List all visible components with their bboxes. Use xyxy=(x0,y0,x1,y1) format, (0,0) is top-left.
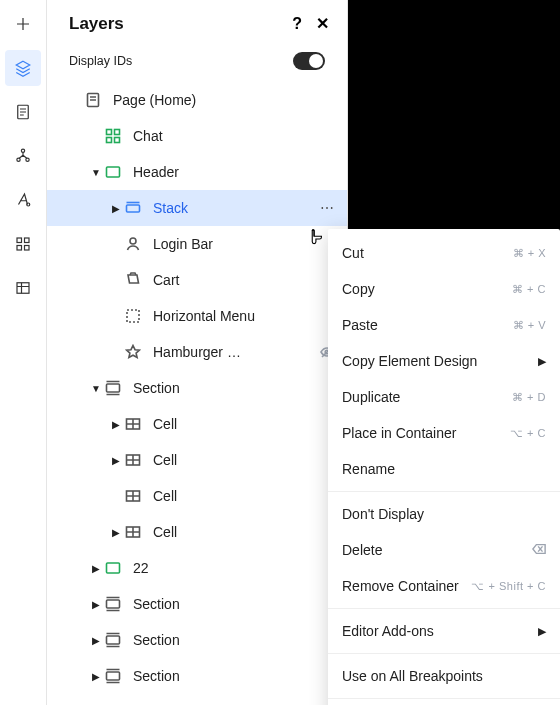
display-ids-toggle[interactable] xyxy=(293,52,325,70)
tree-row-cell-2[interactable]: ▶ Cell xyxy=(47,442,347,478)
svg-rect-27 xyxy=(107,636,120,644)
tree-label: 22 xyxy=(133,560,335,576)
tree-row-section-2[interactable]: ▶ Section xyxy=(47,586,347,622)
ctx-use-all-breakpoints[interactable]: Use on All Breakpoints xyxy=(328,658,560,694)
pages-icon[interactable] xyxy=(5,94,41,130)
tree-row-cell-3[interactable]: Cell xyxy=(47,478,347,514)
expander[interactable]: ▶ xyxy=(109,527,123,538)
svg-point-1 xyxy=(21,149,24,152)
expander[interactable]: ▶ xyxy=(89,599,103,610)
svg-rect-9 xyxy=(17,283,29,294)
ctx-label: Place in Container xyxy=(342,425,456,441)
chevron-right-icon: ▶ xyxy=(538,355,546,368)
connections-icon[interactable] xyxy=(5,138,41,174)
ctx-copy-design[interactable]: Copy Element Design ▶ xyxy=(328,343,560,379)
layers-tool-icon[interactable] xyxy=(5,50,41,86)
add-element-icon[interactable] xyxy=(5,6,41,42)
expander[interactable]: ▼ xyxy=(89,383,103,394)
tree-label: Stack xyxy=(153,200,320,216)
expander[interactable]: ▶ xyxy=(109,419,123,430)
ctx-duplicate[interactable]: Duplicate ⌘ + D xyxy=(328,379,560,415)
expander[interactable]: ▼ xyxy=(89,167,103,178)
ctx-remove-container[interactable]: Remove Container ⌥ + Shift + C xyxy=(328,568,560,604)
user-icon xyxy=(125,236,141,252)
ctx-paste[interactable]: Paste ⌘ + V xyxy=(328,307,560,343)
layers-panel: Layers ? ✕ Display IDs Page (Home) xyxy=(47,0,348,705)
ctx-copy[interactable]: Copy ⌘ + C xyxy=(328,271,560,307)
ctx-shortcut: ⌘ + X xyxy=(513,247,546,260)
layers-tree: Page (Home) Chat ▼ Header ▶ xyxy=(47,78,347,705)
tree-row-section-4[interactable]: ▶ Section xyxy=(47,658,347,694)
page-icon xyxy=(85,92,101,108)
svg-rect-11 xyxy=(107,130,112,135)
tree-row-hamburger[interactable]: Hamburger … xyxy=(47,334,347,370)
svg-rect-15 xyxy=(107,167,120,177)
tree-row-stack[interactable]: ▶ Stack ⋯ xyxy=(47,190,347,226)
ctx-delete[interactable]: Delete xyxy=(328,532,560,568)
tree-row-login-bar[interactable]: Login Bar xyxy=(47,226,347,262)
ctx-label: Delete xyxy=(342,542,382,558)
ctx-shortcut: ⌘ + C xyxy=(512,283,546,296)
tree-row-horizontal-menu[interactable]: Horizontal Menu xyxy=(47,298,347,334)
tree-label: Cell xyxy=(153,524,335,540)
tree-row-section-1[interactable]: ▼ Section xyxy=(47,370,347,406)
ctx-label: Rename xyxy=(342,461,395,477)
ctx-rename[interactable]: Rename xyxy=(328,451,560,487)
expander[interactable]: ▶ xyxy=(109,203,123,214)
section-icon xyxy=(105,668,121,684)
ctx-label: Editor Add-ons xyxy=(342,623,434,639)
tree-row-page[interactable]: Page (Home) xyxy=(47,82,347,118)
row-actions-icon[interactable]: ⋯ xyxy=(320,200,335,216)
cell-icon xyxy=(125,416,141,432)
expander[interactable]: ▶ xyxy=(109,455,123,466)
close-icon[interactable]: ✕ xyxy=(316,16,329,32)
tree-label: Section xyxy=(133,596,335,612)
ctx-cut[interactable]: Cut ⌘ + X xyxy=(328,235,560,271)
cell-icon xyxy=(125,488,141,504)
panel-title: Layers xyxy=(69,14,124,34)
expander[interactable]: ▶ xyxy=(89,671,103,682)
tree-label: Cart xyxy=(153,272,335,288)
tree-row-chat[interactable]: Chat xyxy=(47,118,347,154)
left-toolbar xyxy=(0,0,47,705)
section-icon xyxy=(105,632,121,648)
svg-rect-20 xyxy=(107,384,120,392)
tree-row-header[interactable]: ▼ Header xyxy=(47,154,347,190)
svg-rect-26 xyxy=(107,600,120,608)
theme-icon[interactable] xyxy=(5,182,41,218)
ctx-shortcut: ⌘ + D xyxy=(512,391,546,404)
separator xyxy=(328,653,560,654)
delete-icon xyxy=(532,542,546,558)
expander[interactable]: ▶ xyxy=(89,635,103,646)
apps-icon[interactable] xyxy=(5,226,41,262)
ctx-dont-display[interactable]: Don't Display xyxy=(328,496,560,532)
chevron-right-icon: ▶ xyxy=(538,625,546,638)
svg-rect-13 xyxy=(107,138,112,143)
menu-icon xyxy=(125,308,141,324)
separator xyxy=(328,608,560,609)
ctx-label: Don't Display xyxy=(342,506,424,522)
toggle-knob xyxy=(309,54,323,68)
cms-icon[interactable] xyxy=(5,270,41,306)
tree-row-cell-1[interactable]: ▶ Cell xyxy=(47,406,347,442)
expander[interactable]: ▶ xyxy=(89,563,103,574)
context-menu: Cut ⌘ + X Copy ⌘ + C Paste ⌘ + V Copy El… xyxy=(328,229,560,705)
svg-rect-12 xyxy=(115,130,120,135)
tree-row-cart[interactable]: Cart xyxy=(47,262,347,298)
display-ids-label: Display IDs xyxy=(69,54,132,68)
tree-row-cell-4[interactable]: ▶ Cell xyxy=(47,514,347,550)
svg-rect-16 xyxy=(127,205,140,212)
svg-point-4 xyxy=(27,203,30,206)
help-icon[interactable]: ? xyxy=(292,15,302,33)
tree-row-section-3[interactable]: ▶ Section xyxy=(47,622,347,658)
section-icon xyxy=(105,380,121,396)
ctx-label: Paste xyxy=(342,317,378,333)
ctx-label: Remove Container xyxy=(342,578,459,594)
tree-row-22[interactable]: ▶ 22 xyxy=(47,550,347,586)
display-ids-row: Display IDs xyxy=(47,44,347,78)
ctx-editor-addons[interactable]: Editor Add-ons ▶ xyxy=(328,613,560,649)
ctx-place-container[interactable]: Place in Container ⌥ + C xyxy=(328,415,560,451)
stack-icon xyxy=(125,200,141,216)
tree-label: Login Bar xyxy=(153,236,335,252)
star-icon xyxy=(125,344,141,360)
